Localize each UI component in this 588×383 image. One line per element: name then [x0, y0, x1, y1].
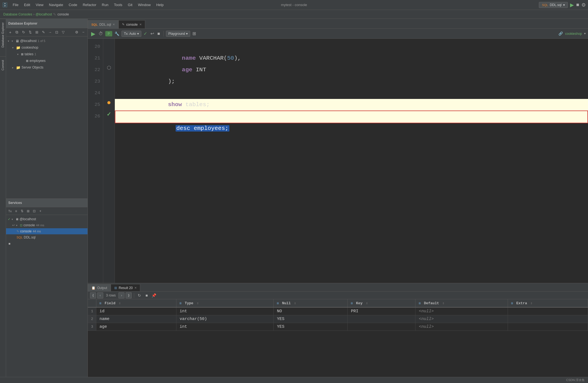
cookieshop-expand[interactable]: ▾	[12, 46, 16, 49]
menu-window[interactable]: Window	[135, 2, 153, 8]
run-settings-btn[interactable]: ⚙	[581, 2, 586, 8]
breadcrumb-console[interactable]: console	[57, 12, 69, 16]
db-schema-btn[interactable]: ⊞	[34, 29, 40, 35]
playground-btn[interactable]: Playground ▾	[166, 31, 190, 37]
tabs-bar: SQL DDL.sql ✕ ✎ console ✕	[88, 19, 588, 29]
ddl-dropdown[interactable]: SQL DDL.sql ▾	[539, 2, 568, 8]
table-row[interactable]: 3 age int YES <null>	[88, 323, 588, 331]
side-tab-database-explorer[interactable]: Database Explorer	[0, 19, 6, 51]
extra-col-label: Extra	[516, 301, 527, 305]
tree-item-cookieshop[interactable]: ▾ 📁 cookieshop	[6, 44, 88, 51]
run-stop-btn[interactable]: ■	[576, 2, 579, 8]
nav-prev-btn[interactable]: ‹	[97, 292, 103, 298]
col-header-extra[interactable]: ⊞ Extra ⇕	[508, 299, 588, 307]
svc-btn5[interactable]: +	[38, 208, 43, 214]
db-filter-btn[interactable]: ▽	[60, 29, 66, 35]
nav-next-btn[interactable]: ›	[118, 292, 125, 298]
col-header-field[interactable]: ⊞ Field ⇕	[96, 299, 176, 307]
side-tab-commit[interactable]: Commit	[0, 56, 6, 74]
breadcrumb-localhost[interactable]: @localhost	[36, 12, 52, 16]
rollback-btn[interactable]: ↩	[149, 30, 155, 37]
db-copy-btn[interactable]: ⧉	[14, 29, 20, 35]
stop-results-btn[interactable]: ■	[144, 292, 150, 298]
svc-tree-ddlsql[interactable]: SQL DDL.sql	[6, 234, 88, 240]
tab-ddlsql[interactable]: SQL DDL.sql ✕	[88, 20, 118, 28]
result20-tab-close[interactable]: ✕	[134, 286, 137, 289]
col-header-default[interactable]: ⊞ Default ⇕	[415, 299, 508, 307]
menu-run[interactable]: Run	[99, 2, 111, 8]
svc-stop-btn[interactable]: ■	[6, 240, 12, 246]
tree-item-employees[interactable]: ⊞ employees	[6, 57, 88, 64]
code-content[interactable]: name VARCHAR(50), age INT );	[115, 39, 588, 283]
menu-file[interactable]: File	[10, 2, 21, 8]
svc-tree-console[interactable]: ✎ console 44 ms	[6, 228, 88, 234]
svc-tree-console-group[interactable]: ↩ ▾ ⊡ console 44 ms	[6, 222, 88, 228]
ddl-tab-close[interactable]: ✕	[113, 23, 115, 26]
db-console-btn[interactable]: ⊡	[54, 29, 60, 35]
run-btn[interactable]: ▶	[90, 30, 96, 38]
marker-25	[103, 97, 115, 108]
menu-refactor[interactable]: Refactor	[80, 2, 99, 8]
tab-console[interactable]: ✎ console ✕	[118, 20, 145, 28]
menu-view[interactable]: View	[33, 2, 46, 8]
nav-last-btn[interactable]: ⟫	[126, 292, 132, 298]
menu-navigate[interactable]: Navigate	[46, 2, 66, 8]
menu-edit[interactable]: Edit	[21, 2, 33, 8]
tables-expand[interactable]: ▾	[17, 53, 21, 56]
commit-btn[interactable]: ✓	[142, 30, 148, 37]
pin-results-btn[interactable]: 📌	[151, 292, 157, 298]
svc-console-group-expand[interactable]: ▾	[16, 224, 20, 227]
tree-item-localhost[interactable]: ▾ ▾ 🖥 @localhost 1 of 5	[6, 38, 88, 44]
menu-git[interactable]: Git	[125, 2, 135, 8]
db-edit-btn[interactable]: ✎	[40, 29, 46, 35]
line-numbers-gutter: 20 21 22 23 24 25 26	[88, 39, 103, 283]
svc-btn1[interactable]: ≡	[13, 208, 19, 214]
profiler-btn[interactable]: P	[105, 31, 112, 36]
grid-btn[interactable]: ⊞	[191, 30, 197, 37]
row2-num: 2	[88, 315, 96, 323]
menu-tools[interactable]: Tools	[111, 2, 125, 8]
db-sync-btn[interactable]: ⇅	[27, 29, 33, 35]
result20-tab[interactable]: ⊞ Result 20 ✕	[111, 284, 140, 291]
timer-btn[interactable]: ⏱	[97, 31, 104, 37]
svc-localhost-expand[interactable]: ▾	[12, 218, 15, 221]
col-header-null[interactable]: ⊞ Null ⇕	[274, 299, 348, 307]
code-line-24: show tables;	[115, 87, 588, 99]
svc-btn3[interactable]: ⊞	[25, 208, 31, 214]
col-header-type[interactable]: ⊞ Type ⇕	[176, 299, 274, 307]
menu-code[interactable]: Code	[66, 2, 80, 8]
svc-btn2[interactable]: ⇅	[19, 208, 25, 214]
row3-type: int	[176, 323, 274, 331]
tree-item-tables[interactable]: ▾ ⊞ tables 1	[6, 51, 88, 57]
wrench-btn[interactable]: 🔧	[113, 31, 120, 36]
output-tab[interactable]: 📋 Output	[88, 284, 111, 291]
key-col-label: Key	[356, 301, 362, 305]
server-expand[interactable]: ▸	[12, 66, 16, 69]
svc-tree-localhost[interactable]: ✓ ▾ 🖥 @localhost	[6, 216, 88, 222]
tx-select[interactable]: Tx: Auto ▾	[121, 31, 141, 37]
db-settings-btn[interactable]: ⚙	[74, 29, 80, 35]
row2-field: name	[96, 315, 176, 323]
console-tab-close[interactable]: ✕	[139, 23, 142, 26]
menu-help[interactable]: Help	[153, 2, 166, 8]
db-minimize-btn[interactable]: −	[80, 29, 86, 35]
tree-item-server-objects[interactable]: ▸ 📁 Server Objects	[6, 64, 88, 71]
table-row[interactable]: 2 name varchar(50) YES <null>	[88, 315, 588, 323]
refresh-results-btn[interactable]: ↻	[136, 292, 142, 298]
db-add-btn[interactable]: +	[7, 29, 13, 35]
row3-null: YES	[274, 323, 348, 331]
col-header-key[interactable]: ⊞ Key ⇕	[348, 299, 415, 307]
localhost-expand[interactable]: ▾	[8, 40, 12, 43]
svc-btn4[interactable]: ⊡	[31, 208, 37, 214]
nav-first-btn[interactable]: ⟪	[90, 292, 96, 298]
line-num-20: 20	[88, 41, 103, 53]
db-refresh-btn[interactable]: ↻	[20, 29, 27, 35]
db-move-btn[interactable]: →	[47, 29, 53, 35]
run-play-btn[interactable]: ▶	[570, 2, 574, 8]
localhost-expand2[interactable]: ▾	[12, 40, 15, 43]
breadcrumb-db-consoles[interactable]: Database Consoles	[3, 12, 32, 16]
stop-exec-btn[interactable]: ■	[156, 31, 161, 37]
table-row[interactable]: 1 id int NO PRI <null>	[88, 307, 588, 315]
database-explorer-panel: Database Explorer + ⧉ ↻ ⇅ ⊞ ✎ → ⊡ ▽ ⚙ −	[6, 19, 88, 377]
employees-icon: ⊞	[26, 59, 28, 63]
